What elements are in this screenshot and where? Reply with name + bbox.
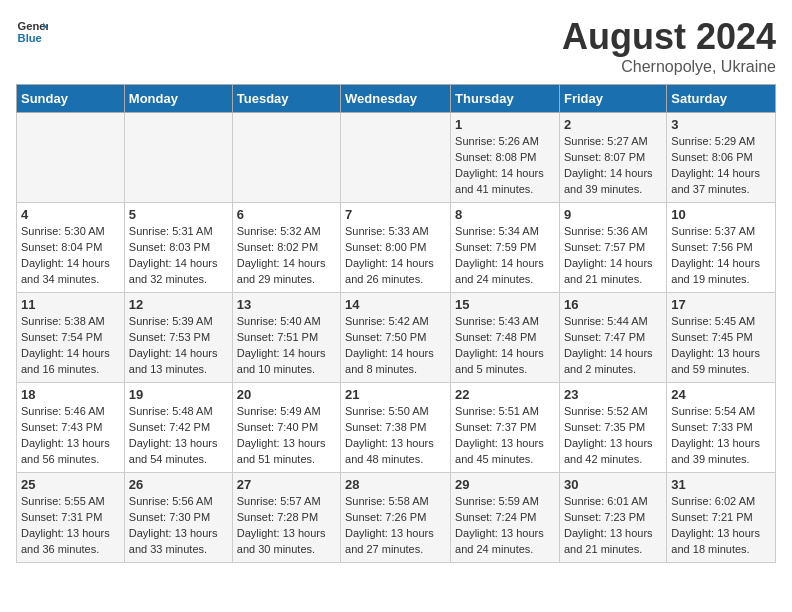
day-info: Sunrise: 5:34 AM Sunset: 7:59 PM Dayligh… <box>455 224 555 288</box>
day-number: 22 <box>455 387 555 402</box>
weekday-header-saturday: Saturday <box>667 85 776 113</box>
calendar-cell: 12Sunrise: 5:39 AM Sunset: 7:53 PM Dayli… <box>124 293 232 383</box>
day-number: 23 <box>564 387 662 402</box>
day-number: 20 <box>237 387 336 402</box>
logo-icon: General Blue <box>16 16 48 48</box>
day-number: 18 <box>21 387 120 402</box>
calendar-cell: 5Sunrise: 5:31 AM Sunset: 8:03 PM Daylig… <box>124 203 232 293</box>
calendar-cell: 22Sunrise: 5:51 AM Sunset: 7:37 PM Dayli… <box>451 383 560 473</box>
calendar-cell <box>341 113 451 203</box>
calendar-cell: 27Sunrise: 5:57 AM Sunset: 7:28 PM Dayli… <box>232 473 340 563</box>
calendar-cell: 20Sunrise: 5:49 AM Sunset: 7:40 PM Dayli… <box>232 383 340 473</box>
calendar-cell: 3Sunrise: 5:29 AM Sunset: 8:06 PM Daylig… <box>667 113 776 203</box>
day-number: 29 <box>455 477 555 492</box>
calendar-cell: 24Sunrise: 5:54 AM Sunset: 7:33 PM Dayli… <box>667 383 776 473</box>
day-number: 30 <box>564 477 662 492</box>
weekday-header-thursday: Thursday <box>451 85 560 113</box>
calendar-cell: 15Sunrise: 5:43 AM Sunset: 7:48 PM Dayli… <box>451 293 560 383</box>
day-number: 28 <box>345 477 446 492</box>
day-info: Sunrise: 5:51 AM Sunset: 7:37 PM Dayligh… <box>455 404 555 468</box>
weekday-header-tuesday: Tuesday <box>232 85 340 113</box>
day-info: Sunrise: 5:43 AM Sunset: 7:48 PM Dayligh… <box>455 314 555 378</box>
day-number: 27 <box>237 477 336 492</box>
calendar-cell: 31Sunrise: 6:02 AM Sunset: 7:21 PM Dayli… <box>667 473 776 563</box>
calendar-cell: 25Sunrise: 5:55 AM Sunset: 7:31 PM Dayli… <box>17 473 125 563</box>
calendar-cell: 1Sunrise: 5:26 AM Sunset: 8:08 PM Daylig… <box>451 113 560 203</box>
day-info: Sunrise: 5:36 AM Sunset: 7:57 PM Dayligh… <box>564 224 662 288</box>
weekday-header-monday: Monday <box>124 85 232 113</box>
calendar-cell: 21Sunrise: 5:50 AM Sunset: 7:38 PM Dayli… <box>341 383 451 473</box>
weekday-header-sunday: Sunday <box>17 85 125 113</box>
calendar-cell: 10Sunrise: 5:37 AM Sunset: 7:56 PM Dayli… <box>667 203 776 293</box>
day-number: 12 <box>129 297 228 312</box>
day-info: Sunrise: 5:50 AM Sunset: 7:38 PM Dayligh… <box>345 404 446 468</box>
location-subtitle: Chernopolye, Ukraine <box>562 58 776 76</box>
day-number: 5 <box>129 207 228 222</box>
calendar-cell <box>232 113 340 203</box>
day-number: 24 <box>671 387 771 402</box>
day-number: 21 <box>345 387 446 402</box>
day-info: Sunrise: 6:01 AM Sunset: 7:23 PM Dayligh… <box>564 494 662 558</box>
day-info: Sunrise: 5:27 AM Sunset: 8:07 PM Dayligh… <box>564 134 662 198</box>
day-info: Sunrise: 5:46 AM Sunset: 7:43 PM Dayligh… <box>21 404 120 468</box>
calendar-cell: 9Sunrise: 5:36 AM Sunset: 7:57 PM Daylig… <box>559 203 666 293</box>
calendar-week-row: 4Sunrise: 5:30 AM Sunset: 8:04 PM Daylig… <box>17 203 776 293</box>
svg-text:Blue: Blue <box>18 32 42 44</box>
day-number: 2 <box>564 117 662 132</box>
day-number: 11 <box>21 297 120 312</box>
day-info: Sunrise: 5:59 AM Sunset: 7:24 PM Dayligh… <box>455 494 555 558</box>
weekday-header-wednesday: Wednesday <box>341 85 451 113</box>
day-info: Sunrise: 5:58 AM Sunset: 7:26 PM Dayligh… <box>345 494 446 558</box>
day-info: Sunrise: 5:37 AM Sunset: 7:56 PM Dayligh… <box>671 224 771 288</box>
day-info: Sunrise: 5:57 AM Sunset: 7:28 PM Dayligh… <box>237 494 336 558</box>
calendar-cell: 13Sunrise: 5:40 AM Sunset: 7:51 PM Dayli… <box>232 293 340 383</box>
day-info: Sunrise: 5:26 AM Sunset: 8:08 PM Dayligh… <box>455 134 555 198</box>
day-number: 7 <box>345 207 446 222</box>
day-number: 4 <box>21 207 120 222</box>
day-info: Sunrise: 5:40 AM Sunset: 7:51 PM Dayligh… <box>237 314 336 378</box>
day-info: Sunrise: 5:29 AM Sunset: 8:06 PM Dayligh… <box>671 134 771 198</box>
calendar-cell: 16Sunrise: 5:44 AM Sunset: 7:47 PM Dayli… <box>559 293 666 383</box>
day-number: 8 <box>455 207 555 222</box>
calendar-cell: 17Sunrise: 5:45 AM Sunset: 7:45 PM Dayli… <box>667 293 776 383</box>
weekday-header-row: SundayMondayTuesdayWednesdayThursdayFrid… <box>17 85 776 113</box>
calendar-cell: 6Sunrise: 5:32 AM Sunset: 8:02 PM Daylig… <box>232 203 340 293</box>
day-number: 26 <box>129 477 228 492</box>
weekday-header-friday: Friday <box>559 85 666 113</box>
day-number: 15 <box>455 297 555 312</box>
day-info: Sunrise: 5:31 AM Sunset: 8:03 PM Dayligh… <box>129 224 228 288</box>
day-info: Sunrise: 5:49 AM Sunset: 7:40 PM Dayligh… <box>237 404 336 468</box>
calendar-cell: 8Sunrise: 5:34 AM Sunset: 7:59 PM Daylig… <box>451 203 560 293</box>
day-number: 6 <box>237 207 336 222</box>
calendar-cell: 29Sunrise: 5:59 AM Sunset: 7:24 PM Dayli… <box>451 473 560 563</box>
day-info: Sunrise: 5:30 AM Sunset: 8:04 PM Dayligh… <box>21 224 120 288</box>
day-info: Sunrise: 5:54 AM Sunset: 7:33 PM Dayligh… <box>671 404 771 468</box>
day-info: Sunrise: 5:39 AM Sunset: 7:53 PM Dayligh… <box>129 314 228 378</box>
day-number: 9 <box>564 207 662 222</box>
calendar-cell <box>17 113 125 203</box>
page-header: General Blue August 2024 Chernopolye, Uk… <box>16 16 776 76</box>
calendar-cell <box>124 113 232 203</box>
day-info: Sunrise: 5:45 AM Sunset: 7:45 PM Dayligh… <box>671 314 771 378</box>
month-year-title: August 2024 <box>562 16 776 58</box>
day-info: Sunrise: 5:55 AM Sunset: 7:31 PM Dayligh… <box>21 494 120 558</box>
day-number: 17 <box>671 297 771 312</box>
calendar-cell: 28Sunrise: 5:58 AM Sunset: 7:26 PM Dayli… <box>341 473 451 563</box>
calendar-cell: 2Sunrise: 5:27 AM Sunset: 8:07 PM Daylig… <box>559 113 666 203</box>
day-number: 3 <box>671 117 771 132</box>
day-number: 14 <box>345 297 446 312</box>
day-info: Sunrise: 5:52 AM Sunset: 7:35 PM Dayligh… <box>564 404 662 468</box>
calendar-cell: 7Sunrise: 5:33 AM Sunset: 8:00 PM Daylig… <box>341 203 451 293</box>
day-number: 10 <box>671 207 771 222</box>
day-info: Sunrise: 5:44 AM Sunset: 7:47 PM Dayligh… <box>564 314 662 378</box>
calendar-cell: 26Sunrise: 5:56 AM Sunset: 7:30 PM Dayli… <box>124 473 232 563</box>
calendar-cell: 4Sunrise: 5:30 AM Sunset: 8:04 PM Daylig… <box>17 203 125 293</box>
calendar-cell: 23Sunrise: 5:52 AM Sunset: 7:35 PM Dayli… <box>559 383 666 473</box>
calendar-cell: 14Sunrise: 5:42 AM Sunset: 7:50 PM Dayli… <box>341 293 451 383</box>
calendar-week-row: 1Sunrise: 5:26 AM Sunset: 8:08 PM Daylig… <box>17 113 776 203</box>
title-block: August 2024 Chernopolye, Ukraine <box>562 16 776 76</box>
day-number: 13 <box>237 297 336 312</box>
day-info: Sunrise: 5:56 AM Sunset: 7:30 PM Dayligh… <box>129 494 228 558</box>
calendar-cell: 18Sunrise: 5:46 AM Sunset: 7:43 PM Dayli… <box>17 383 125 473</box>
day-number: 19 <box>129 387 228 402</box>
